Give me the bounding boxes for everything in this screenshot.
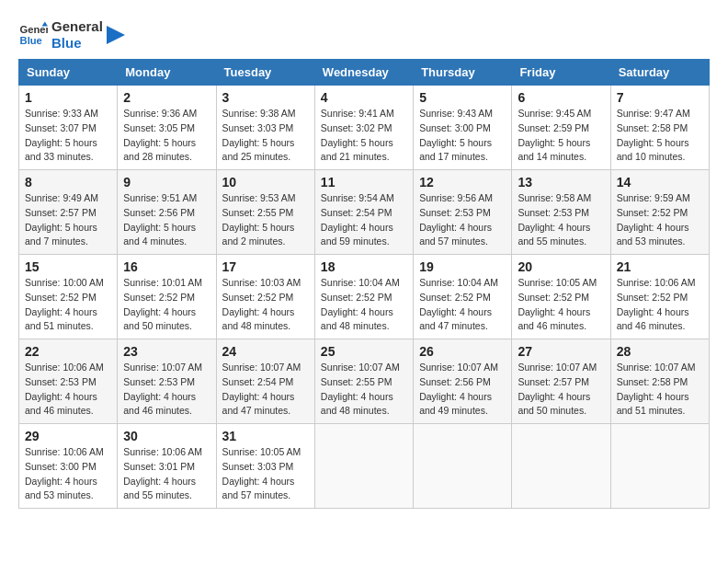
daylight-text: Daylight: 4 hours and 47 minutes. (419, 306, 492, 332)
calendar-cell: 17 Sunrise: 10:03 AM Sunset: 2:52 PM Day… (216, 255, 314, 339)
sunrise-text: Sunrise: 10:07 AM (617, 362, 696, 373)
page-header: General Blue General Blue (18, 18, 710, 52)
daylight-text: Daylight: 4 hours and 53 minutes. (25, 476, 97, 501)
col-thursday: Thursday (414, 60, 512, 86)
day-info: Sunrise: 9:43 AM Sunset: 3:00 PM Dayligh… (419, 107, 506, 165)
sunrise-text: Sunrise: 10:06 AM (617, 277, 696, 288)
sunset-text: Sunset: 2:59 PM (518, 122, 589, 133)
sunrise-text: Sunrise: 10:01 AM (123, 277, 202, 288)
day-number: 23 (123, 344, 210, 359)
daylight-text: Daylight: 5 hours and 2 minutes. (222, 222, 295, 247)
daylight-text: Daylight: 5 hours and 25 minutes. (222, 137, 295, 163)
calendar-header-row: Sunday Monday Tuesday Wednesday Thursday… (19, 60, 710, 86)
daylight-text: Daylight: 4 hours and 50 minutes. (123, 306, 196, 332)
sunset-text: Sunset: 2:56 PM (123, 207, 195, 218)
sunset-text: Sunset: 2:58 PM (617, 376, 688, 387)
day-number: 27 (518, 344, 604, 359)
day-number: 12 (419, 175, 506, 190)
sunset-text: Sunset: 2:52 PM (419, 292, 491, 303)
day-info: Sunrise: 9:58 AM Sunset: 2:53 PM Dayligh… (518, 191, 604, 249)
day-number: 11 (321, 175, 407, 190)
day-info: Sunrise: 9:56 AM Sunset: 2:53 PM Dayligh… (419, 191, 506, 249)
calendar-cell: 8 Sunrise: 9:49 AM Sunset: 2:57 PM Dayli… (19, 170, 118, 255)
col-saturday: Saturday (610, 60, 709, 86)
week-row-2: 8 Sunrise: 9:49 AM Sunset: 2:57 PM Dayli… (19, 170, 710, 255)
calendar-cell (610, 424, 709, 509)
sunset-text: Sunset: 2:54 PM (321, 207, 392, 218)
daylight-text: Daylight: 4 hours and 59 minutes. (321, 222, 393, 247)
sunrise-text: Sunrise: 9:38 AM (222, 108, 296, 119)
col-monday: Monday (118, 60, 216, 86)
sunrise-text: Sunrise: 10:07 AM (518, 362, 597, 373)
day-number: 21 (617, 259, 703, 274)
daylight-text: Daylight: 4 hours and 47 minutes. (222, 391, 295, 417)
calendar-cell: 30 Sunrise: 10:06 AM Sunset: 3:01 PM Day… (118, 424, 216, 509)
day-number: 4 (321, 90, 407, 105)
calendar-cell (314, 424, 413, 509)
daylight-text: Daylight: 4 hours and 49 minutes. (419, 391, 492, 417)
day-number: 24 (222, 344, 309, 359)
sunset-text: Sunset: 3:03 PM (222, 461, 294, 472)
svg-marker-3 (107, 26, 125, 44)
day-info: Sunrise: 10:07 AM Sunset: 2:58 PM Daylig… (617, 361, 703, 419)
week-row-3: 15 Sunrise: 10:00 AM Sunset: 2:52 PM Day… (19, 255, 710, 339)
week-row-5: 29 Sunrise: 10:06 AM Sunset: 3:00 PM Day… (19, 424, 710, 509)
day-number: 29 (25, 429, 111, 443)
daylight-text: Daylight: 5 hours and 4 minutes. (123, 222, 196, 247)
sunrise-text: Sunrise: 10:07 AM (123, 362, 202, 373)
calendar-cell: 21 Sunrise: 10:06 AM Sunset: 2:52 PM Day… (610, 255, 709, 339)
calendar-cell: 24 Sunrise: 10:07 AM Sunset: 2:54 PM Day… (216, 339, 314, 424)
calendar-cell: 11 Sunrise: 9:54 AM Sunset: 2:54 PM Dayl… (314, 170, 413, 255)
calendar-cell: 2 Sunrise: 9:36 AM Sunset: 3:05 PM Dayli… (118, 86, 216, 170)
calendar-cell (414, 424, 512, 509)
sunset-text: Sunset: 3:03 PM (222, 122, 294, 133)
day-number: 22 (25, 344, 111, 359)
sunset-text: Sunset: 2:57 PM (518, 376, 589, 387)
daylight-text: Daylight: 4 hours and 46 minutes. (518, 306, 590, 332)
calendar-cell: 18 Sunrise: 10:04 AM Sunset: 2:52 PM Day… (314, 255, 413, 339)
sunset-text: Sunset: 2:57 PM (25, 207, 97, 218)
day-info: Sunrise: 10:04 AM Sunset: 2:52 PM Daylig… (321, 276, 407, 334)
col-friday: Friday (512, 60, 610, 86)
sunrise-text: Sunrise: 10:04 AM (321, 277, 400, 288)
calendar-cell: 7 Sunrise: 9:47 AM Sunset: 2:58 PM Dayli… (610, 86, 709, 170)
calendar-cell: 15 Sunrise: 10:00 AM Sunset: 2:52 PM Day… (19, 255, 118, 339)
col-sunday: Sunday (19, 60, 118, 86)
day-info: Sunrise: 10:03 AM Sunset: 2:52 PM Daylig… (222, 276, 309, 334)
day-number: 10 (222, 175, 309, 190)
calendar-cell (512, 424, 610, 509)
calendar-cell: 28 Sunrise: 10:07 AM Sunset: 2:58 PM Day… (610, 339, 709, 424)
day-info: Sunrise: 9:49 AM Sunset: 2:57 PM Dayligh… (25, 191, 111, 249)
day-info: Sunrise: 10:05 AM Sunset: 2:52 PM Daylig… (518, 276, 604, 334)
daylight-text: Daylight: 4 hours and 57 minutes. (222, 476, 295, 501)
sunrise-text: Sunrise: 9:56 AM (419, 192, 493, 203)
day-number: 2 (123, 90, 210, 105)
day-info: Sunrise: 9:38 AM Sunset: 3:03 PM Dayligh… (222, 107, 309, 165)
sunset-text: Sunset: 2:52 PM (518, 292, 589, 303)
day-info: Sunrise: 10:07 AM Sunset: 2:57 PM Daylig… (518, 361, 604, 419)
sunset-text: Sunset: 2:53 PM (518, 207, 589, 218)
day-number: 9 (123, 175, 210, 190)
day-number: 13 (518, 175, 604, 190)
sunrise-text: Sunrise: 9:43 AM (419, 108, 493, 119)
sunset-text: Sunset: 2:56 PM (419, 376, 491, 387)
week-row-1: 1 Sunrise: 9:33 AM Sunset: 3:07 PM Dayli… (19, 86, 710, 170)
sunrise-text: Sunrise: 9:59 AM (617, 192, 690, 203)
calendar-cell: 19 Sunrise: 10:04 AM Sunset: 2:52 PM Day… (414, 255, 512, 339)
day-info: Sunrise: 9:51 AM Sunset: 2:56 PM Dayligh… (123, 191, 210, 249)
daylight-text: Daylight: 4 hours and 48 minutes. (222, 306, 295, 332)
sunset-text: Sunset: 2:52 PM (25, 292, 97, 303)
calendar-cell: 9 Sunrise: 9:51 AM Sunset: 2:56 PM Dayli… (118, 170, 216, 255)
calendar-cell: 14 Sunrise: 9:59 AM Sunset: 2:52 PM Dayl… (610, 170, 709, 255)
sunrise-text: Sunrise: 9:45 AM (518, 108, 591, 119)
daylight-text: Daylight: 5 hours and 28 minutes. (123, 137, 196, 163)
sunrise-text: Sunrise: 9:53 AM (222, 192, 296, 203)
daylight-text: Daylight: 4 hours and 55 minutes. (518, 222, 590, 247)
calendar-cell: 13 Sunrise: 9:58 AM Sunset: 2:53 PM Dayl… (512, 170, 610, 255)
calendar-cell: 31 Sunrise: 10:05 AM Sunset: 3:03 PM Day… (216, 424, 314, 509)
daylight-text: Daylight: 4 hours and 46 minutes. (25, 391, 97, 417)
col-wednesday: Wednesday (314, 60, 413, 86)
calendar-cell: 29 Sunrise: 10:06 AM Sunset: 3:00 PM Day… (19, 424, 118, 509)
day-number: 5 (419, 90, 506, 105)
sunset-text: Sunset: 2:52 PM (617, 207, 688, 218)
